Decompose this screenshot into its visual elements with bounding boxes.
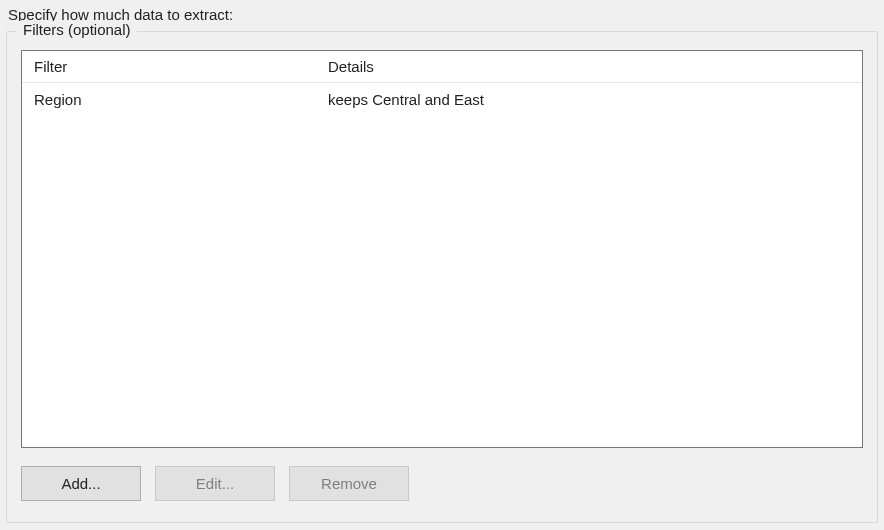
- column-header-details[interactable]: Details: [322, 58, 862, 75]
- edit-button: Edit...: [155, 466, 275, 501]
- filters-fieldset: Filters (optional) Filter Details Region…: [6, 31, 878, 523]
- remove-button: Remove: [289, 466, 409, 501]
- extract-panel: Specify how much data to extract: Filter…: [0, 0, 884, 530]
- button-bar: Add... Edit... Remove: [21, 466, 863, 501]
- cell-filter: Region: [22, 91, 322, 108]
- cell-details: keeps Central and East: [322, 91, 862, 108]
- column-header-filter[interactable]: Filter: [22, 58, 322, 75]
- instruction-label: Specify how much data to extract:: [8, 6, 878, 23]
- filters-legend: Filters (optional): [17, 21, 137, 38]
- filters-table[interactable]: Filter Details Region keeps Central and …: [21, 50, 863, 448]
- table-row[interactable]: Region keeps Central and East: [22, 83, 862, 115]
- add-button[interactable]: Add...: [21, 466, 141, 501]
- table-header-row: Filter Details: [22, 51, 862, 83]
